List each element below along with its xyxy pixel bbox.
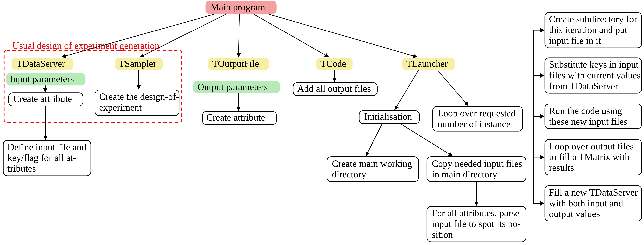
root-label: Main program [210, 2, 265, 12]
doe-group-label: Usual design of experiment generation [12, 40, 160, 51]
loop-instances-l1: Loop over requested [438, 108, 516, 118]
copy-input-files-l1: Copy needed input files [432, 158, 522, 169]
svg-line-11 [438, 70, 468, 106]
step-tmatrix-l3: results [549, 162, 574, 173]
copy-input-files-l2: in main directory [432, 169, 498, 179]
tsampler-label: TSampler [119, 58, 156, 69]
output-params-label: Output parameters [197, 82, 268, 92]
step-fill-tds-l2: with both input and [549, 198, 623, 208]
add-output-files-label: Add all output files [297, 83, 371, 94]
svg-line-12 [366, 124, 382, 156]
step-fill-tds-l1: Fill a new TDataServer [549, 187, 638, 198]
svg-line-1 [140, 14, 226, 57]
step-substitute-l2: files with current values [549, 70, 640, 80]
define-input-file-l3: tributes [8, 163, 36, 174]
step-tmatrix-l1: Loop over output files [549, 141, 634, 151]
svg-line-10 [395, 70, 418, 110]
loop-instances-l2: number of instance [438, 119, 510, 129]
initialisation-label: Initialisation [364, 111, 412, 122]
svg-line-2 [239, 14, 240, 57]
step-substitute-l3: from TDataServer [549, 81, 618, 91]
input-params-label: Input parameters [10, 74, 74, 84]
create-main-dir-l1: Create main working [332, 158, 412, 169]
create-main-dir-l2: directory [332, 169, 366, 179]
tlauncher-label: TLauncher [406, 58, 448, 69]
tcode-label: TCode [320, 58, 346, 69]
step-subdir-l2: this iteration and put [549, 24, 627, 35]
step-fill-tds-l3: output values [549, 209, 600, 219]
diagram: Main program Usual design of experiment … [0, 0, 644, 245]
step-tmatrix-l2: to fill a TMatrix with [549, 152, 630, 162]
create-doe-l1: Create the design-of- [99, 91, 179, 102]
tdataserver-label: TDataServer [16, 58, 65, 69]
parse-input-files-l3: sition [432, 229, 453, 240]
step-run-l1: Run the code using [549, 105, 622, 116]
step-substitute-l1: Substitute keys in input [549, 59, 638, 70]
create-attr-input-label: Create attribute [13, 93, 72, 104]
step-run-l2: these new input files [549, 116, 627, 127]
toutputfile-label: TOutputFile [212, 58, 259, 69]
define-input-file-l2: key/flag for all at- [8, 153, 76, 163]
step-subdir-l1: Create subdirectory for [549, 14, 637, 24]
parse-input-files-l1: For all attributes, parse [432, 208, 520, 218]
create-doe-l2: experiment [99, 102, 142, 113]
step-subdir-l3: input file in it [549, 35, 601, 46]
define-input-file-l1: Define input file and [8, 142, 86, 152]
parse-input-files-l2: input file to spot its po- [432, 219, 521, 229]
create-attr-output-label: Create attribute [206, 112, 265, 122]
